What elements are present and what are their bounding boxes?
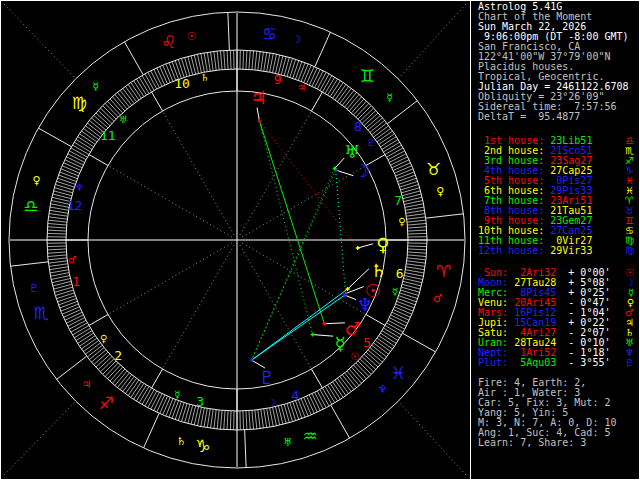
planet-dot-mars xyxy=(322,322,326,326)
sign-ruler-icon: ♂ xyxy=(433,292,443,305)
planet-glyph-neptune: ♆ xyxy=(357,294,373,315)
house-number-6: 6 xyxy=(396,266,404,281)
sign-ruler-icon: ♀ xyxy=(33,174,41,187)
sign-ruler-icon: ♅ xyxy=(283,436,293,449)
planet-glyph-pluto: ♇ xyxy=(259,367,275,388)
astrolog-window: ♈♂♉♀♊☿♋☽♌☉♍☿♎♀♏♇♐♃♑♄♒♅♓♆1♂2♀3☿4☽5☉6☿7♀8♇… xyxy=(0,0,640,480)
house-ruler-icon: ☿ xyxy=(174,389,180,400)
house-ruler-icon: ♄ xyxy=(200,72,209,83)
house-number-9: 9 xyxy=(274,72,282,87)
sign-ruler-icon: ♆ xyxy=(378,383,388,396)
sign-ruler-icon: ♄ xyxy=(176,435,186,448)
house-ruler-icon: ♅ xyxy=(119,114,128,125)
house-number-11: 11 xyxy=(100,128,116,143)
sign-glyph-capricorn: ♑ xyxy=(195,436,210,456)
sign-glyph-pisces: ♓ xyxy=(391,363,406,383)
zodiac-sign-icon: ♍ xyxy=(625,246,634,256)
planet-icon: ♇ xyxy=(625,358,634,368)
house-ruler-icon: ♀ xyxy=(398,216,405,227)
planet-dot-jupiter xyxy=(257,119,261,123)
sign-glyph-cancer: ♋ xyxy=(262,24,277,44)
house-row: 12th house: 29Vir33♍ xyxy=(478,246,638,256)
sign-ruler-icon: ☽ xyxy=(291,33,301,46)
house-number-2: 2 xyxy=(114,348,122,363)
sign-ruler-icon: ♃ xyxy=(81,378,91,391)
planet-dot-mercury xyxy=(310,333,314,337)
planet-glyph-moon: ☽ xyxy=(354,160,370,181)
sign-ruler-icon: ♀ xyxy=(436,185,444,198)
planet-dot-venus xyxy=(356,246,360,250)
house-ruler-icon: ♂ xyxy=(68,254,77,265)
house-ruler-icon: ♇ xyxy=(367,137,376,148)
aspect-lines xyxy=(252,121,358,360)
sign-ruler-icon: ☿ xyxy=(386,91,393,104)
planet-glyph-mars: ♂ xyxy=(345,318,361,339)
house-cusp-list: 1st house: 23Lib51♎ 2nd house: 21Sco51♏ … xyxy=(478,136,638,256)
sign-glyph-virgo: ♍ xyxy=(72,93,87,113)
house-ruler-icon: ☉ xyxy=(350,351,359,362)
sign-glyph-libra: ♎ xyxy=(23,196,38,216)
house-number-5: 5 xyxy=(363,335,371,350)
sign-ruler-icon: ☿ xyxy=(92,80,99,93)
planet-glyph-uranus: ♅ xyxy=(344,141,360,162)
house-number-7: 7 xyxy=(394,193,402,208)
planet-speed-value: - 3°55' xyxy=(556,357,610,368)
house-ruler-icon: ♆ xyxy=(75,182,84,193)
info-text: DeltaT = 95.4877 xyxy=(478,111,580,122)
planet-row: Plut: 5Aqu03 - 3°55'♇ xyxy=(478,358,638,368)
planet-glyph-jupiter: ♃ xyxy=(250,87,266,108)
element-stats: Fire: 4, Earth: 2,Air : 1, Water: 3Car: … xyxy=(478,378,638,448)
planet-glyph-saturn: ♄ xyxy=(371,260,387,281)
sign-glyph-sagittarius: ♐ xyxy=(98,393,113,413)
house-number-8: 8 xyxy=(354,119,362,134)
sign-glyph-leo: ♌ xyxy=(161,32,176,52)
info-panel: Astrolog 5.41GChart of the MomentSun Mar… xyxy=(478,0,638,480)
sign-ruler-icon: ☉ xyxy=(186,30,196,43)
house-ruler-icon: ☽ xyxy=(267,397,276,408)
sign-glyph-aquarius: ♒ xyxy=(303,426,318,446)
planet-position-list: Sun: 2Ari32 + 0°00'☉Moon: 27Tau28 + 5°08… xyxy=(478,268,638,368)
sign-glyph-taurus: ♉ xyxy=(426,159,441,179)
info-line: DeltaT = 95.4877 xyxy=(478,112,638,122)
stats-line: Learn: 7, Share: 3 xyxy=(478,438,638,448)
house-number-4: 4 xyxy=(291,388,299,403)
house-ruler-icon: ♃ xyxy=(297,82,306,93)
house-number-10: 10 xyxy=(174,76,190,91)
house-label: 12th house: xyxy=(478,245,544,256)
stats-text: Learn: 7, Share: 3 xyxy=(478,437,586,448)
planet-label: Plut: xyxy=(478,357,508,368)
house-ruler-icon: ☿ xyxy=(392,286,398,297)
chart-info-header: Astrolog 5.41GChart of the MomentSun Mar… xyxy=(478,2,638,122)
house-cusp-value: 29Vir33 xyxy=(544,245,592,256)
sign-glyph-aries: ♈ xyxy=(436,261,451,281)
sign-glyph-scorpio: ♏ xyxy=(34,303,49,323)
house-number-3: 3 xyxy=(196,394,204,409)
house-number-1: 1 xyxy=(72,274,80,289)
house-number-12: 12 xyxy=(67,198,83,213)
planet-glyph-venus: ♀ xyxy=(376,234,389,255)
sign-glyph-gemini: ♊ xyxy=(359,66,374,86)
planet-position-value: 5Aqu03 xyxy=(508,357,556,368)
house-ruler-icon: ♀ xyxy=(100,333,107,344)
sign-ruler-icon: ♇ xyxy=(29,282,39,295)
house-cusp-lines xyxy=(10,13,464,467)
